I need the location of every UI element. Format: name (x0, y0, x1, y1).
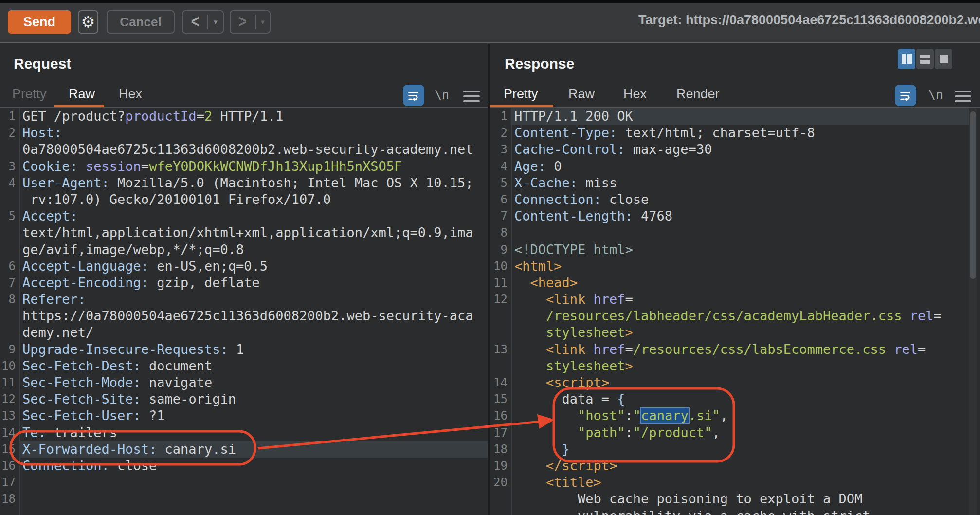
response-code-row[interactable]: 2Content-Type: text/html; charset=utf-8 (490, 125, 969, 141)
code-line-text[interactable]: Cookie: session=wfeY0DOKkWCNWDfJh13Xup1H… (19, 158, 488, 175)
request-code-row[interactable]: rv:107.0) Gecko/20100101 Firefox/107.0 (0, 191, 488, 208)
code-line-text[interactable]: Content-Length: 4768 (511, 208, 969, 224)
settings-gear-button[interactable]: ⚙ (78, 10, 98, 34)
response-code-row[interactable]: 3Cache-Control: max-age=30 (490, 141, 969, 158)
response-code-row[interactable]: 16 "host":"canary.si", (490, 407, 969, 424)
code-line-text[interactable]: /resources/labheader/css/academyLabHeade… (511, 308, 969, 324)
code-line-text[interactable]: Sec-Fetch-User: ?1 (19, 407, 488, 424)
response-code-row[interactable]: 10<html> (490, 258, 969, 275)
code-line-text[interactable]: data = { (511, 391, 969, 407)
response-code-row[interactable]: 6Connection: close (490, 191, 969, 208)
code-line-text[interactable]: Web cache poisoning to exploit a DOM (511, 491, 969, 507)
code-line-text[interactable]: Te: trailers (19, 424, 488, 441)
code-line-text[interactable]: X-Cache: miss (511, 175, 969, 191)
response-code-row[interactable]: 15 data = { (490, 391, 969, 407)
code-line-text[interactable] (19, 491, 488, 507)
request-code-row[interactable]: 1GET /product?productId=2 HTTP/1.1 (0, 108, 488, 125)
code-line-text[interactable]: Accept: (19, 208, 488, 224)
request-tab-pretty[interactable]: Pretty (12, 87, 47, 102)
response-code-row[interactable]: 4Age: 0 (490, 158, 969, 175)
request-code-row[interactable]: 12Sec-Fetch-Site: same-origin (0, 391, 488, 407)
request-code-row[interactable]: 10Sec-Fetch-Dest: document (0, 358, 488, 374)
request-code-row[interactable]: 15X-Forwarded-Host: canary.si (0, 441, 488, 458)
forward-request-button[interactable]: > ▼ (230, 10, 271, 34)
code-line-text[interactable]: <link href= (511, 291, 969, 308)
request-editor[interactable]: 1GET /product?productId=2 HTTP/1.12Host:… (0, 108, 488, 515)
code-line-text[interactable]: demy.net/ (19, 324, 488, 341)
code-line-text[interactable]: Content-Type: text/html; charset=utf-8 (511, 125, 969, 141)
request-tab-raw[interactable]: Raw (69, 87, 95, 102)
code-line-text[interactable] (511, 224, 969, 241)
response-code-row[interactable]: Web cache poisoning to exploit a DOM (490, 491, 969, 507)
request-code-row[interactable]: 16Connection: close (0, 458, 488, 474)
code-line-text[interactable]: Accept-Language: en-US,en;q=0.5 (19, 258, 488, 275)
word-wrap-toggle-icon[interactable] (895, 85, 916, 106)
response-code-row[interactable]: 5X-Cache: miss (490, 175, 969, 191)
code-line-text[interactable]: Sec-Fetch-Site: same-origin (19, 391, 488, 407)
show-newlines-toggle[interactable]: \n (435, 88, 449, 102)
code-line-text[interactable]: Cache-Control: max-age=30 (511, 141, 969, 158)
response-code-row[interactable]: 19 </script> (490, 458, 969, 474)
code-line-text[interactable]: Host: (19, 125, 488, 141)
code-line-text[interactable]: "host":"canary.si", (511, 407, 969, 424)
code-line-text[interactable]: <title> (511, 474, 969, 491)
code-line-text[interactable]: <html> (511, 258, 969, 275)
layout-columns-button[interactable] (898, 49, 915, 69)
editor-menu-icon[interactable] (955, 91, 971, 102)
request-code-row[interactable]: 11Sec-Fetch-Mode: navigate (0, 374, 488, 391)
request-code-row[interactable]: 7Accept-Encoding: gzip, deflate (0, 275, 488, 291)
code-line-text[interactable]: ge/avif,image/webp,*/*;q=0.8 (19, 241, 488, 258)
back-request-button[interactable]: < ▼ (182, 10, 224, 34)
request-code-row[interactable]: 3Cookie: session=wfeY0DOKkWCNWDfJh13Xup1… (0, 158, 488, 175)
code-line-text[interactable]: Upgrade-Insecure-Requests: 1 (19, 341, 488, 358)
code-line-text[interactable]: User-Agent: Mozilla/5.0 (Macintosh; Inte… (19, 175, 488, 191)
word-wrap-toggle-icon[interactable] (403, 85, 424, 106)
code-line-text[interactable]: rv:107.0) Gecko/20100101 Firefox/107.0 (19, 191, 488, 208)
request-code-row[interactable]: 18 (0, 491, 488, 507)
code-line-text[interactable]: vulnerability via a cache with strict (511, 508, 969, 515)
request-code-row[interactable]: 5Accept: (0, 208, 488, 224)
request-code-row[interactable]: demy.net/ (0, 324, 488, 341)
code-line-text[interactable]: https://0a78000504ae6725c11363d6008200b2… (19, 308, 488, 324)
show-newlines-toggle[interactable]: \n (928, 88, 943, 102)
response-code-row[interactable]: 9<!DOCTYPE html> (490, 241, 969, 258)
editor-menu-icon[interactable] (463, 91, 480, 102)
request-code-row[interactable]: 17 (0, 474, 488, 491)
response-code-row[interactable]: 20 <title> (490, 474, 969, 491)
response-code-row[interactable]: 11 <head> (490, 275, 969, 291)
response-code-row[interactable]: stylesheet> (490, 324, 969, 341)
response-code-row[interactable]: /resources/labheader/css/academyLabHeade… (490, 308, 969, 324)
code-line-text[interactable]: text/html,application/xhtml+xml,applicat… (19, 224, 488, 241)
code-line-text[interactable]: X-Forwarded-Host: canary.si (19, 441, 488, 458)
response-code-row[interactable]: 14 <script> (490, 374, 969, 391)
request-code-row[interactable]: 13Sec-Fetch-User: ?1 (0, 407, 488, 424)
code-line-text[interactable]: Referer: (19, 291, 488, 308)
response-tab-hex[interactable]: Hex (623, 87, 647, 102)
code-line-text[interactable]: Connection: close (511, 191, 969, 208)
response-code-row[interactable]: vulnerability via a cache with strict (490, 508, 969, 515)
code-line-text[interactable] (19, 474, 488, 491)
send-button[interactable]: Send (8, 10, 71, 34)
code-line-text[interactable]: GET /product?productId=2 HTTP/1.1 (19, 108, 488, 125)
code-line-text[interactable]: "path":"/product", (511, 424, 969, 441)
request-code-row[interactable]: 0a78000504ae6725c11363d6008200b2.web-sec… (0, 141, 488, 158)
code-line-text[interactable]: } (511, 441, 969, 458)
code-line-text[interactable]: Sec-Fetch-Mode: navigate (19, 374, 488, 391)
request-code-row[interactable]: https://0a78000504ae6725c11363d6008200b2… (0, 308, 488, 324)
response-code-row[interactable]: 12 <link href= (490, 291, 969, 308)
request-code-row[interactable]: 6Accept-Language: en-US,en;q=0.5 (0, 258, 488, 275)
code-line-text[interactable]: <!DOCTYPE html> (511, 241, 969, 258)
response-tab-pretty[interactable]: Pretty (504, 87, 538, 102)
code-line-text[interactable]: 0a78000504ae6725c11363d6008200b2.web-sec… (19, 141, 488, 158)
code-line-text[interactable]: Accept-Encoding: gzip, deflate (19, 275, 488, 291)
request-code-row[interactable]: 8Referer: (0, 291, 488, 308)
code-line-text[interactable]: HTTP/1.1 200 OK (511, 108, 969, 125)
dropdown-caret-icon[interactable]: ▼ (256, 18, 270, 26)
request-code-row[interactable]: 4User-Agent: Mozilla/5.0 (Macintosh; Int… (0, 175, 488, 191)
code-line-text[interactable]: <link href=/resources/css/labsEcommerce.… (511, 341, 969, 358)
code-line-text[interactable]: Sec-Fetch-Dest: document (19, 358, 488, 374)
response-code-row[interactable]: 17 "path":"/product", (490, 424, 969, 441)
code-line-text[interactable]: stylesheet> (511, 324, 969, 341)
request-code-row[interactable]: 2Host: (0, 125, 488, 141)
code-line-text[interactable]: <script> (511, 374, 969, 391)
